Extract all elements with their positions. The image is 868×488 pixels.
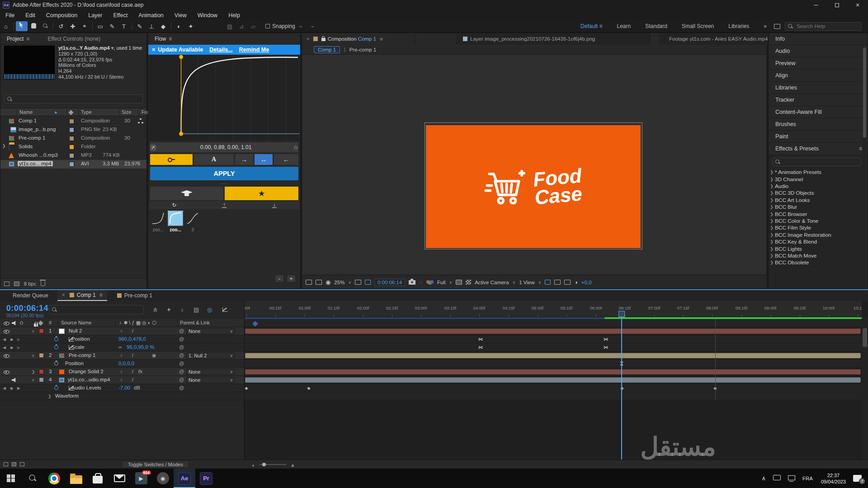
apply-button[interactable]: APPLY xyxy=(150,167,298,180)
favorite-star-icon[interactable]: ☆ xyxy=(293,144,298,151)
tab-render-queue[interactable]: Render Queue xyxy=(0,292,57,299)
region-of-interest-icon[interactable] xyxy=(365,280,371,285)
tab-precomp1[interactable]: Pre-comp 1 xyxy=(107,292,160,299)
panel-brushes[interactable]: Brushes xyxy=(769,118,868,131)
label-swatch[interactable] xyxy=(69,145,74,150)
panel-info[interactable]: Info xyxy=(769,33,868,45)
keyframe-diamond-icon[interactable]: ◆ xyxy=(307,386,311,390)
track-audio-levels[interactable]: ◆ ◆ ◆ ◆ xyxy=(244,384,862,392)
track-audio[interactable] xyxy=(244,376,862,384)
prev-keyframe-icon[interactable]: ◀ xyxy=(3,345,6,350)
next-keyframe-icon[interactable]: ▶ xyxy=(17,386,20,390)
effect-category[interactable]: ❯Audio xyxy=(769,183,865,190)
selection-tool-icon[interactable] xyxy=(16,21,28,31)
chevron-down-icon[interactable]: ∨ xyxy=(348,280,351,285)
pixel-aspect-icon[interactable] xyxy=(545,280,551,285)
label-swatch[interactable] xyxy=(69,127,74,132)
workspace-libraries[interactable]: Libraries xyxy=(728,23,749,29)
grid-guides-icon[interactable] xyxy=(355,280,361,285)
pick-tool-button[interactable] xyxy=(150,154,193,165)
audio-column-icon[interactable] xyxy=(12,321,17,325)
layer-name[interactable]: Null 2 xyxy=(69,328,82,333)
panel-audio[interactable]: Audio xyxy=(769,45,868,57)
new-folder-icon[interactable] xyxy=(4,282,9,286)
view-layout-select[interactable]: 1 View xyxy=(519,280,534,285)
breadcrumb-current[interactable]: Comp 1 xyxy=(314,46,340,53)
toggle-switches-modes-button[interactable]: Toggle Switches / Modes xyxy=(122,461,189,468)
label-swatch[interactable] xyxy=(69,162,74,167)
label-swatch[interactable] xyxy=(39,377,44,382)
easing-curve-editor[interactable] xyxy=(149,55,299,141)
pick-whip-icon[interactable]: @ xyxy=(179,344,184,350)
expander-icon[interactable]: ❯ xyxy=(2,144,6,148)
parent-dropdown[interactable]: None∨ xyxy=(186,377,235,383)
project-search[interactable] xyxy=(4,94,143,103)
menu-window[interactable]: Window xyxy=(192,12,223,19)
draft-3d-icon[interactable]: ✦ xyxy=(166,306,171,313)
project-row[interactable]: image_p...b.png PNG file 23 KB xyxy=(0,126,146,134)
favorites-tab[interactable]: ★ xyxy=(225,187,298,200)
zoom-in-button[interactable]: + xyxy=(287,275,296,282)
banner-close-icon[interactable]: × xyxy=(152,47,155,53)
expander-icon[interactable]: ∨ xyxy=(32,378,35,382)
layer-name[interactable]: Pre-comp 1 xyxy=(69,352,95,358)
help-search-input[interactable] xyxy=(796,23,854,29)
menu-help[interactable]: Help xyxy=(223,12,245,19)
track-scale[interactable]: ⋈ ⋈ xyxy=(244,343,862,352)
label-swatch[interactable] xyxy=(69,153,74,158)
composition-mini-flowchart-icon[interactable]: ⋔ xyxy=(153,306,158,313)
effect-category[interactable]: ❯BCC Key & Blend xyxy=(769,239,865,245)
viewport[interactable]: Food Case xyxy=(302,55,766,274)
zoom-level[interactable]: 25% xyxy=(334,280,344,285)
channels-icon[interactable] xyxy=(426,280,434,285)
pick-whip-icon[interactable]: @ xyxy=(179,352,184,358)
sort-asc-icon[interactable]: ▲ xyxy=(54,110,58,114)
label-column-icon[interactable] xyxy=(68,110,73,115)
effect-category[interactable]: ❯BCC Obsolete xyxy=(769,259,865,266)
banner-remind-link[interactable]: Remind Me xyxy=(239,47,269,53)
project-row[interactable]: ❯ Solids Folder xyxy=(0,143,146,151)
graph-editor-icon[interactable] xyxy=(222,306,228,313)
label-swatch[interactable] xyxy=(39,369,44,374)
panel-menu-icon[interactable]: ≡ xyxy=(26,36,29,42)
keyframe-diamond-icon[interactable]: ◆ xyxy=(245,386,248,390)
brush-tool-icon[interactable]: ✎ xyxy=(134,23,146,30)
anchor-icon[interactable]: ♁ xyxy=(119,328,123,333)
motion-blur-icon[interactable]: ◎ xyxy=(207,306,212,313)
property-label[interactable]: Position xyxy=(71,336,90,342)
effect-category[interactable]: ❯BCC Art Looks xyxy=(769,197,865,204)
quality-icon[interactable]: / xyxy=(132,369,133,374)
add-keyframe-icon[interactable]: ◆ xyxy=(10,337,13,342)
snapping-toggle[interactable]: Snapping xyxy=(265,23,295,29)
ease-in-button[interactable]: ← xyxy=(274,154,298,165)
pick-whip-icon[interactable]: @ xyxy=(179,385,184,390)
effect-category[interactable]: ❯BCC Color & Tone xyxy=(769,218,865,225)
keyframe-icon[interactable]: ⋈ xyxy=(604,337,608,342)
panel-menu-icon[interactable]: ≡ xyxy=(169,36,172,42)
tab-layer[interactable]: Layer image_processing20210726-16435-1of… xyxy=(456,33,650,45)
anchor-icon[interactable]: ♁ xyxy=(119,352,123,358)
file-explorer-icon[interactable] xyxy=(65,469,87,488)
monitor-icon[interactable] xyxy=(316,280,322,285)
col-parent-link[interactable]: Parent & Link xyxy=(180,320,210,325)
project-row[interactable]: Comp 1 Composition 30 xyxy=(0,117,146,126)
layer-row-precomp[interactable]: ∨ 2 Pre-comp 1 ♁ / ◉ @ 1. Null 2∨ xyxy=(0,352,244,360)
project-row[interactable]: Pre-comp 1 Composition 30 xyxy=(0,134,146,143)
expander-icon[interactable]: ❯ xyxy=(32,370,35,374)
export-icon[interactable]: ↗ xyxy=(150,145,156,150)
breadcrumb-parent[interactable]: Pre-comp 1 xyxy=(349,47,376,52)
preset-thumb-selected[interactable] xyxy=(168,211,183,225)
menu-effect[interactable]: Effect xyxy=(108,12,133,19)
preset-thumb[interactable] xyxy=(151,211,165,225)
property-value[interactable]: 95,0,95,0 % xyxy=(127,344,154,350)
panel-align[interactable]: Align xyxy=(769,70,868,82)
clone-stamp-tool-icon[interactable]: ⊥ xyxy=(146,23,157,30)
text-ease-button[interactable]: A xyxy=(194,154,234,165)
col-type[interactable]: Type xyxy=(81,109,92,115)
notification-center-icon[interactable]: 7 xyxy=(853,475,862,482)
expander-icon[interactable]: ❯ xyxy=(48,394,52,399)
layer-bar[interactable] xyxy=(245,328,861,334)
maximize-button[interactable] xyxy=(826,0,847,10)
drag-handle[interactable]: ... xyxy=(148,179,300,185)
stopwatch-icon[interactable] xyxy=(54,345,58,349)
